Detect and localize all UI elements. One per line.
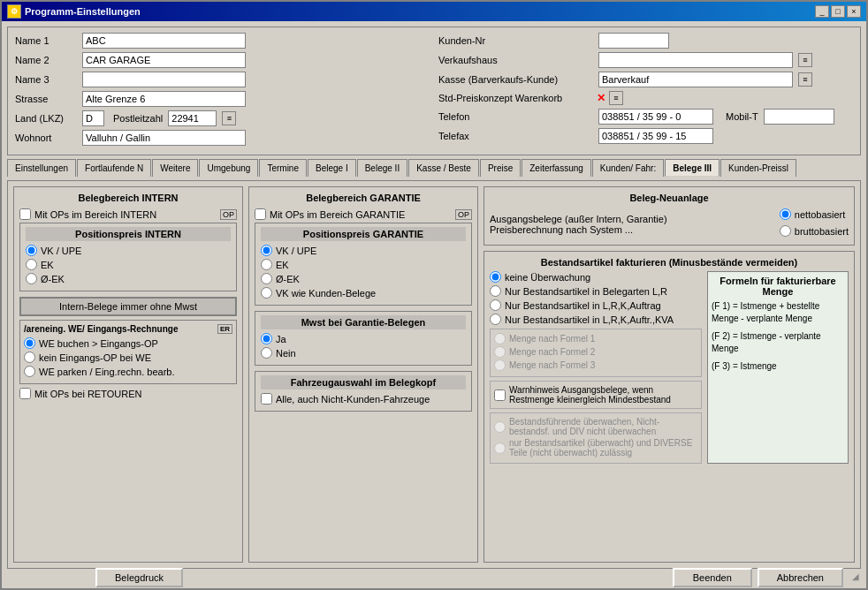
radio-kein-eingangs[interactable] (24, 352, 35, 363)
radio-we-buchen[interactable] (24, 337, 35, 349)
mit-ops-garantie-checkbox[interactable] (255, 208, 266, 220)
tab-kunden-fahr[interactable]: Kunden/ Fahr: (592, 159, 664, 177)
mobil-label: Mobil-T (726, 111, 758, 122)
title-buttons: _ □ × (815, 5, 861, 18)
radio-nur-lrk[interactable] (490, 299, 501, 311)
radio-ek-garantie[interactable] (261, 259, 272, 270)
mit-ops-intern-checkbox[interactable] (19, 208, 31, 220)
alle-fahrzeuge-checkbox[interactable] (261, 393, 272, 405)
radio-vk-kunden-label: VK wie Kunden-Belege (276, 288, 376, 299)
positionspreis-intern-title: Positionspreis INTERN (26, 227, 231, 241)
radio-nur-bestandsartikel (494, 442, 506, 454)
er-badge: ER (217, 324, 232, 334)
formeln-title: Formeln für fakturierbare Menge (712, 276, 844, 297)
plz-lookup-button[interactable]: ≡ (222, 111, 236, 125)
mit-ops-intern-label: Mit OPs im Bereich INTERN (34, 209, 156, 220)
telefon-label: Telefon (438, 111, 593, 122)
tab-preise[interactable]: Preise (480, 159, 521, 177)
radio-nur-lrk-kva[interactable] (490, 314, 501, 325)
garantie-title: Belegbereich GARANTIE (255, 193, 472, 203)
kunden-nr-input[interactable] (598, 33, 669, 49)
intern-op-badge: OP (220, 209, 237, 220)
verkaufshaus-input[interactable] (598, 52, 793, 68)
neuanlage-desc1: Ausgangsbelege (außer Intern, Garantie) (490, 214, 771, 224)
mobil-input[interactable] (764, 109, 834, 125)
verkaufshaus-btn[interactable]: ≡ (798, 53, 812, 67)
radio-vk-upe-garantie[interactable] (261, 245, 272, 256)
radio-vk-upe-intern-label: VK / UPE (41, 246, 81, 256)
land-input[interactable] (82, 110, 104, 126)
radio-oek-intern[interactable] (26, 273, 37, 284)
strasse-input[interactable] (82, 91, 246, 107)
main-window: ⚙ Programm-Einstellungen _ □ × Name 1 Na… (0, 0, 868, 590)
we-buchen-label: WE buchen > Eingangs-OP (39, 338, 158, 349)
formeln-box: Formeln für fakturierbare Menge (F 1) = … (707, 271, 849, 464)
name1-input[interactable] (82, 33, 246, 49)
tab-termine[interactable]: Termine (259, 159, 307, 177)
radio-oek-garantie[interactable] (261, 273, 272, 284)
tab-kunden-preissl[interactable]: Kunden-Preissl (720, 159, 796, 177)
radio-mwst-nein[interactable] (261, 347, 272, 359)
wohnort-input[interactable] (82, 130, 246, 146)
name2-label: Name 2 (15, 55, 77, 65)
intern-ohne-mwst-btn[interactable]: Intern-Belege immer ohne Mwst (19, 297, 237, 316)
f2-text: (F 2) = Istmenge - verplante Menge (712, 330, 844, 355)
radio-brutto[interactable] (780, 225, 791, 237)
radio-mwst-ja[interactable] (261, 333, 272, 344)
minimize-button[interactable]: _ (815, 5, 829, 18)
wohnort-label: Wohnort (15, 132, 77, 143)
f1-text: (F 1) = Istmenge + bestellte Menge - ver… (712, 300, 844, 325)
name3-input[interactable] (82, 72, 246, 87)
maximize-button[interactable]: □ (831, 5, 845, 18)
fahrzeug-box: Fahrzeugauswahl im Belegkopf Alle, auch … (255, 371, 472, 412)
tab-content: Belegbereich INTERN Mit OPs im Bereich I… (7, 180, 861, 569)
radio-netto[interactable] (780, 208, 791, 220)
kasse-btn[interactable]: ≡ (798, 72, 812, 87)
form-section: Name 1 Name 2 Name 3 Strasse (7, 26, 861, 155)
radio-ek-intern[interactable] (26, 259, 37, 270)
warenkorb-x-icon: ✕ (597, 92, 605, 104)
warn-checkbox-row: Warnhinweis Ausgangsbelege, wenn Restmen… (490, 381, 702, 409)
tab-fortlaufende[interactable]: Fortlaufende N (77, 159, 151, 177)
tab-belege1[interactable]: Belege I (308, 159, 356, 177)
tab-kasse[interactable]: Kasse / Beste (408, 159, 479, 177)
warenkorb-btn[interactable]: ≡ (609, 91, 623, 105)
warnhinweis-checkbox[interactable] (494, 390, 506, 401)
kunden-nr-label: Kunden-Nr (438, 35, 593, 46)
alle-fahrzeuge-label: Alle, auch Nicht-Kunden-Fahrzeuge (276, 394, 430, 405)
telefax-input[interactable] (598, 128, 713, 144)
abbrechen-button[interactable]: Abbrechen (758, 568, 843, 587)
close-button[interactable]: × (847, 5, 861, 18)
name2-input[interactable] (82, 52, 246, 68)
menge-formel3-label: Menge nach Formel 3 (509, 360, 595, 370)
radio-nein-label: Nein (276, 348, 296, 359)
radio-keine-ueberwachung[interactable] (490, 271, 501, 283)
tab-einstellungen[interactable]: Einstellungen (7, 159, 76, 177)
strasse-label: Strasse (15, 94, 77, 104)
tab-belege3[interactable]: Belege III (665, 159, 720, 177)
radio-vk-upe-intern[interactable] (26, 245, 37, 256)
plz-input[interactable] (168, 110, 217, 126)
wareneeing-box: /areneing. WE/ Eingangs-Rechnunge ER WE … (19, 320, 237, 384)
kein-eingangs-label: kein Eingangs-OP bei WE (39, 352, 151, 363)
beenden-button[interactable]: Beenden (673, 568, 752, 587)
radio-menge-formel2 (494, 346, 506, 358)
radio-brutto-label: bruttobasiert (795, 226, 849, 237)
radio-nur-belegarten[interactable] (490, 285, 501, 297)
bestandsartikel-title: Bestandsartikel fakturieren (Minusbestän… (490, 257, 849, 268)
tab-weitere[interactable]: Weitere (152, 159, 198, 177)
telefon-input[interactable] (598, 109, 713, 125)
neuanlage-desc2: Preisberechnung nach System ... (490, 224, 771, 235)
tab-umgebung[interactable]: Umgebung (199, 159, 258, 177)
kasse-input[interactable] (598, 72, 793, 87)
radio-netto-label: nettobasiert (795, 209, 845, 220)
radio-we-parken[interactable] (24, 366, 35, 377)
right-form-col: Kunden-Nr Verkaufshaus ≡ Kasse (Barverka… (438, 33, 853, 149)
radio-vk-kunden-garantie[interactable] (261, 287, 272, 299)
tab-belege2[interactable]: Belege II (357, 159, 407, 177)
belegdruck-button[interactable]: Belegdruck (95, 568, 183, 587)
tab-zeiterfassung[interactable]: Zeiterfassung (522, 159, 591, 177)
mit-ops-retouren-checkbox[interactable] (19, 388, 31, 399)
radio-bestandsfuehrend (494, 421, 506, 433)
neuanlage-radios: nettobasiert bruttobasiert (780, 208, 849, 239)
